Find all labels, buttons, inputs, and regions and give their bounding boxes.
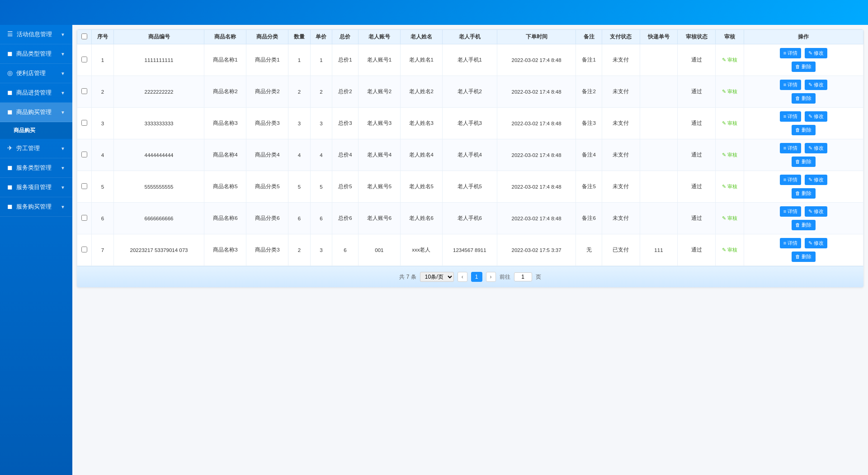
audit-btn[interactable]: ✎ 审核	[722, 89, 737, 94]
detail-btn[interactable]: ≡ 详情	[780, 111, 801, 122]
sidebar-item-goods-buy-sub[interactable]: 商品购买	[0, 122, 72, 139]
row-goods-category: 商品分类4	[246, 139, 288, 171]
audit-btn[interactable]: ✎ 审核	[722, 57, 737, 62]
edit-btn[interactable]: ✎ 修改	[805, 80, 827, 90]
row-goods-category: 商品分类3	[246, 108, 288, 139]
chevron-down-icon-4: ▼	[61, 90, 65, 95]
chevron-down-icon-3: ▼	[61, 71, 65, 76]
row-goods-name: 商品名称2	[204, 76, 246, 108]
sidebar-label-labor: 劳工管理	[16, 145, 40, 152]
delete-btn[interactable]: 🗑 删除	[792, 62, 815, 72]
page-size-select[interactable]: 10条/页 20条/页 50条/页	[420, 272, 454, 282]
row-pay-status: 未支付	[602, 108, 640, 139]
row-goods-no: 1111111111	[113, 44, 204, 76]
delete-btn[interactable]: 🗑 删除	[792, 157, 815, 167]
row-order-time: 2022-03-02 17:4 8:48	[497, 171, 576, 203]
row-index: 3	[92, 108, 113, 139]
row-checkbox[interactable]	[77, 44, 92, 76]
audit-btn[interactable]: ✎ 审核	[722, 120, 737, 126]
row-elder-phone: 老人手机2	[442, 76, 497, 108]
col-remark: 备注	[576, 30, 602, 44]
sidebar-label-goods-stock: 商品进货管理	[16, 89, 52, 96]
col-elder-phone: 老人手机	[442, 30, 497, 44]
delete-btn[interactable]: 🗑 删除	[792, 188, 815, 199]
edit-btn[interactable]: ✎ 修改	[805, 143, 827, 153]
sidebar-item-service-type[interactable]: ◼服务类型管理 ▼	[0, 158, 72, 178]
page-1-btn[interactable]: 1	[471, 272, 482, 282]
row-audit-status: 通过	[678, 171, 716, 203]
row-order-time: 2022-03-02 17:5 3:37	[497, 234, 576, 266]
row-remark: 备注2	[576, 76, 602, 108]
row-quantity: 1	[288, 44, 310, 76]
audit-btn[interactable]: ✎ 审核	[722, 247, 737, 252]
table-header-row: 序号 商品编号 商品名称 商品分类 数量 单价 总价 老人账号 老人姓名 老人手…	[77, 30, 863, 44]
row-goods-no: 3333333333	[113, 108, 204, 139]
row-remark: 备注3	[576, 108, 602, 139]
row-remark: 备注1	[576, 44, 602, 76]
edit-btn[interactable]: ✎ 修改	[805, 175, 827, 185]
row-unit-price: 1	[310, 44, 332, 76]
prev-page-btn[interactable]: ‹	[458, 272, 467, 282]
row-checkbox[interactable]	[77, 108, 92, 139]
sidebar-label-convenience: 便利店管理	[16, 70, 46, 76]
detail-btn[interactable]: ≡ 详情	[780, 143, 801, 153]
row-action-cell: ≡ 详情 ✎ 修改 🗑 删除	[744, 203, 863, 234]
sidebar-item-goods-stock[interactable]: ◼商品进货管理 ▼	[0, 83, 72, 103]
next-page-btn[interactable]: ›	[486, 272, 496, 282]
row-elder-phone: 老人手机1	[442, 44, 497, 76]
row-action-cell: ≡ 详情 ✎ 修改 🗑 删除	[744, 76, 863, 108]
sidebar-label-goods-type: 商品类型管理	[16, 50, 52, 57]
sidebar-item-goods-buy[interactable]: ◼商品购买管理 ▼	[0, 103, 72, 122]
edit-btn[interactable]: ✎ 修改	[805, 206, 827, 217]
sidebar-item-convenience[interactable]: ◎便利店管理 ▼	[0, 64, 72, 83]
row-total-price: 6	[332, 234, 359, 266]
select-all-checkbox[interactable]	[81, 33, 87, 39]
row-pay-status: 未支付	[602, 203, 640, 234]
row-checkbox[interactable]	[77, 203, 92, 234]
row-express-no	[640, 44, 678, 76]
labor-icon: ✈	[7, 144, 13, 152]
sidebar-item-service-buy[interactable]: ◼服务购买管理 ▼	[0, 197, 72, 217]
row-elder-name: 老人姓名1	[400, 44, 442, 76]
delete-btn[interactable]: 🗑 删除	[792, 252, 815, 262]
sidebar-item-labor[interactable]: ✈劳工管理 ▼	[0, 139, 72, 158]
row-checkbox[interactable]	[77, 139, 92, 171]
sidebar-item-service-project[interactable]: ◼服务项目管理 ▼	[0, 178, 72, 197]
detail-btn[interactable]: ≡ 详情	[780, 206, 801, 217]
delete-btn[interactable]: 🗑 删除	[792, 220, 815, 230]
row-express-no	[640, 139, 678, 171]
detail-btn[interactable]: ≡ 详情	[780, 48, 801, 58]
row-audit-btn-cell: ✎ 审核	[715, 139, 744, 171]
table-row: 7 20223217 53379014 073 商品名称3 商品分类3 2 3 …	[77, 234, 863, 266]
col-pay-status: 支付状态	[602, 30, 640, 44]
sidebar-item-activity[interactable]: ☰活动信息管理 ▼	[0, 25, 72, 44]
edit-btn[interactable]: ✎ 修改	[805, 238, 827, 248]
audit-btn[interactable]: ✎ 审核	[722, 184, 737, 189]
delete-btn[interactable]: 🗑 删除	[792, 125, 815, 135]
service-type-icon: ◼	[7, 164, 13, 171]
row-goods-no: 6666666666	[113, 203, 204, 234]
sidebar-item-goods-type[interactable]: ◼商品类型管理 ▼	[0, 44, 72, 64]
row-quantity: 6	[288, 203, 310, 234]
detail-btn[interactable]: ≡ 详情	[780, 80, 801, 90]
detail-btn[interactable]: ≡ 详情	[780, 238, 801, 248]
row-checkbox[interactable]	[77, 76, 92, 108]
col-checkbox	[77, 30, 92, 44]
row-unit-price: 3	[310, 108, 332, 139]
suffix-text: 页	[536, 273, 541, 281]
row-elder-name: 老人姓名6	[400, 203, 442, 234]
row-unit-price: 2	[310, 76, 332, 108]
row-checkbox[interactable]	[77, 234, 92, 266]
col-order-time: 下单时间	[497, 30, 576, 44]
detail-btn[interactable]: ≡ 详情	[780, 175, 801, 185]
audit-btn[interactable]: ✎ 审核	[722, 215, 737, 221]
sidebar-label-goods-buy: 商品购买管理	[16, 109, 52, 115]
row-goods-name: 商品名称1	[204, 44, 246, 76]
audit-btn[interactable]: ✎ 审核	[722, 152, 737, 157]
table-row: 1 1111111111 商品名称1 商品分类1 1 1 总价1 老人账号1 老…	[77, 44, 863, 76]
delete-btn[interactable]: 🗑 删除	[792, 93, 815, 104]
row-checkbox[interactable]	[77, 171, 92, 203]
edit-btn[interactable]: ✎ 修改	[805, 48, 827, 58]
edit-btn[interactable]: ✎ 修改	[805, 111, 827, 122]
page-jump-input[interactable]	[514, 272, 532, 281]
